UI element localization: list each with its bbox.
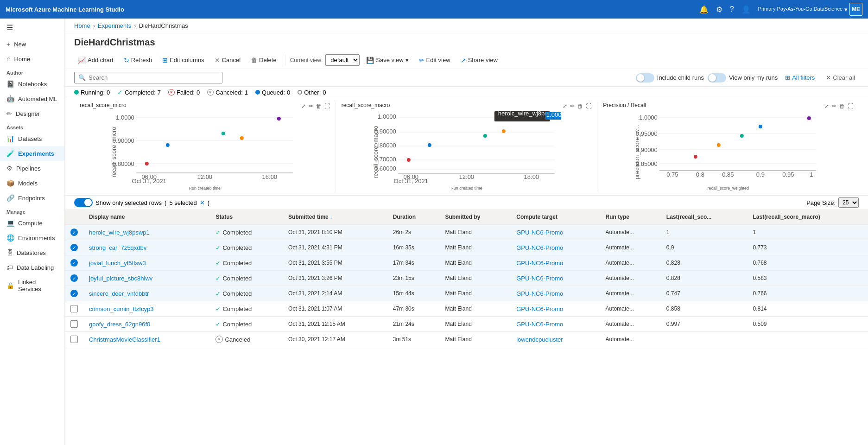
edit-columns-button[interactable]: ⊞ Edit columns [158,55,208,66]
sidebar-item-datasets[interactable]: 📊 Datasets [0,131,64,146]
col-submitted-by[interactable]: Submitted by [439,210,511,224]
row-checkbox[interactable]: ✓ [65,224,83,240]
chart3-xlabel: recall_score_weighted [603,186,853,191]
sidebar-item-datastores[interactable]: 🗄 Datastores [0,245,64,260]
run-link[interactable]: heroic_wire_wj8pswp1 [89,229,150,236]
run-link[interactable]: sincere_deer_vnfdbbtr [89,290,149,297]
row-checkbox[interactable]: ✓ [65,286,83,301]
page-size-select[interactable]: 25 [838,197,859,208]
row-display-name[interactable]: jovial_lunch_yf5ffsw3 [83,255,210,271]
sidebar-item-models[interactable]: 📦 Models [0,176,64,191]
compute-link[interactable]: lowendcpucluster [516,336,563,343]
row-display-name[interactable]: sincere_deer_vnfdbbtr [83,286,210,301]
settings-icon[interactable]: ⚙ [716,5,722,14]
chart2-fullscreen-icon[interactable]: ⛶ [586,103,591,109]
sidebar-item-data-labeling[interactable]: 🏷 Data Labeling [0,260,64,275]
row-display-name[interactable]: goofy_dress_62gn96f0 [83,317,210,332]
search-input[interactable] [89,74,218,81]
col-last-recall-score[interactable]: Last(recall_sco... [661,210,748,224]
run-link[interactable]: strong_car_7z5qxdbv [89,244,146,251]
run-link[interactable]: crimson_cumin_ttzfcyp3 [89,305,153,312]
col-run-type[interactable]: Run type [600,210,661,224]
row-checkbox[interactable]: ✓ [65,271,83,286]
other-value: 0 [323,89,326,96]
show-selected-toggle[interactable] [74,198,93,207]
row-display-name[interactable]: strong_car_7z5qxdbv [83,240,210,255]
delete-button[interactable]: 🗑 Delete [247,55,280,66]
sidebar-item-designer[interactable]: ✏ Designer [0,106,64,121]
row-display-name[interactable]: heroic_wire_wj8pswp1 [83,224,210,240]
sidebar-item-new[interactable]: + New [0,37,64,51]
sidebar-item-endpoints[interactable]: 🔗 Endpoints [0,191,64,205]
save-view-button[interactable]: 💾 Save view ▾ [362,55,412,66]
chart3-edit-icon[interactable]: ✏ [832,103,836,109]
chart2-expand-icon[interactable]: ⤢ [563,103,567,109]
current-view-select[interactable]: default [325,54,360,66]
selected-count-x[interactable]: ✕ [200,199,205,206]
row-display-name[interactable]: joyful_picture_sbc8hlwv [83,271,210,286]
col-status[interactable]: Status [210,210,283,224]
chart1-edit-icon[interactable]: ✏ [309,103,313,109]
chart2-xlabel: Run created time [342,186,592,191]
account-info[interactable]: Primary Pay-As-You-Go DataScience ▾ ME [758,3,862,16]
sidebar-item-home[interactable]: ⌂ Home [0,51,64,66]
run-link[interactable]: ChristmasMovieClassifier1 [89,336,160,343]
sidebar-item-compute[interactable]: 💻 Compute [0,216,64,230]
compute-link[interactable]: GPU-NC6-Promo [516,321,563,328]
row-checkbox[interactable] [65,332,83,347]
compute-link[interactable]: GPU-NC6-Promo [516,229,563,236]
row-submitted-time: Oct 31, 2021 1:07 AM [283,301,387,317]
all-filters-button[interactable]: ⊞ All filters [781,72,818,83]
chart1-fullscreen-icon[interactable]: ⛶ [324,103,330,109]
sidebar-item-linked-services[interactable]: 🔒 Linked Services [0,275,64,296]
compute-link[interactable]: GPU-NC6-Promo [516,290,563,297]
row-display-name[interactable]: crimson_cumin_ttzfcyp3 [83,301,210,317]
chart2-delete-icon[interactable]: 🗑 [577,103,583,109]
chart3-expand-icon[interactable]: ⤢ [824,103,829,109]
user-icon[interactable]: 👤 [741,5,751,14]
sidebar-item-pipelines[interactable]: ⚙ Pipelines [0,161,64,176]
chart1-expand-icon[interactable]: ⤢ [301,103,306,109]
run-link[interactable]: jovial_lunch_yf5ffsw3 [89,260,146,267]
col-display-name[interactable]: Display name [83,210,210,224]
compute-link[interactable]: GPU-NC6-Promo [516,244,563,251]
add-chart-button[interactable]: 📈 Add chart [74,55,117,66]
col-compute-target[interactable]: Compute target [511,210,600,224]
compute-link[interactable]: GPU-NC6-Promo [516,305,563,312]
chart2-edit-icon[interactable]: ✏ [570,103,575,109]
sidebar-item-experiments[interactable]: 🧪 Experiments [0,146,64,161]
row-checkbox[interactable] [65,317,83,332]
svg-point-33 [407,158,411,162]
breadcrumb-experiments[interactable]: Experiments [98,22,131,29]
share-view-button[interactable]: ↗ Share view [457,55,501,66]
search-box[interactable]: 🔍 [74,72,222,83]
notification-icon[interactable]: 🔔 [699,5,709,14]
run-link[interactable]: joyful_picture_sbc8hlwv [89,275,152,282]
sidebar-item-environments[interactable]: 🌐 Environments [0,230,64,245]
col-submitted-time[interactable]: Submitted time ↓ [283,210,387,224]
compute-link[interactable]: GPU-NC6-Promo [516,275,563,282]
include-child-runs-toggle[interactable] [636,73,654,83]
view-only-my-runs-toggle[interactable] [708,73,726,83]
breadcrumb-home[interactable]: Home [74,22,90,29]
chart3-delete-icon[interactable]: 🗑 [839,103,845,109]
chart3-fullscreen-icon[interactable]: ⛶ [848,103,853,109]
row-checkbox[interactable]: ✓ [65,240,83,255]
row-display-name[interactable]: ChristmasMovieClassifier1 [83,332,210,347]
cancel-button[interactable]: ✕ Cancel [211,55,244,66]
refresh-button[interactable]: ↻ Refresh [120,55,156,66]
compute-link[interactable]: GPU-NC6-Promo [516,260,563,267]
run-link[interactable]: goofy_dress_62gn96f0 [89,321,150,328]
help-icon[interactable]: ? [730,5,734,13]
edit-view-button[interactable]: ✏ Edit view [415,55,454,66]
clear-all-button[interactable]: ✕ Clear all [822,72,859,83]
row-checkbox[interactable] [65,301,83,317]
sidebar-item-automated-ml[interactable]: 🤖 Automated ML [0,91,64,106]
sidebar-item-notebooks[interactable]: 📓 Notebooks [0,76,64,91]
hamburger-icon[interactable]: ☰ [0,19,64,37]
row-checkbox[interactable]: ✓ [65,255,83,271]
col-last-recall-macro[interactable]: Last(recall_score_macro) [747,210,868,224]
check-selected: ✓ [70,290,78,297]
col-duration[interactable]: Duration [387,210,440,224]
chart1-delete-icon[interactable]: 🗑 [316,103,322,109]
